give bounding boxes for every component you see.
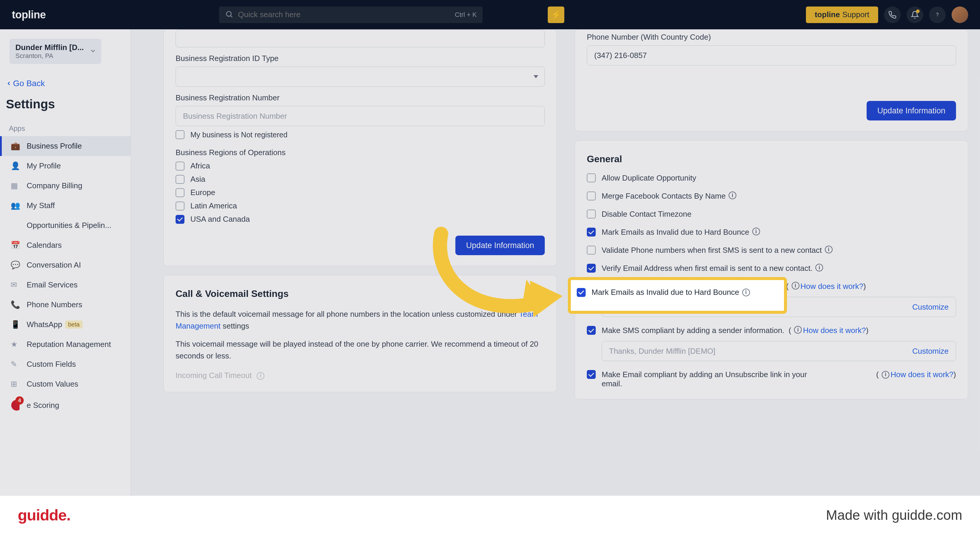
beta-badge: beta	[65, 321, 83, 329]
info-icon[interactable]: i	[792, 282, 799, 289]
region-asia[interactable]: Asia	[176, 175, 545, 184]
opt-merge-fb[interactable]: Merge Facebook Contacts By Name i	[587, 192, 956, 201]
sms-optout-text[interactable]: Reply STOP to Unsubscribe Customize	[601, 297, 956, 317]
nav-icon: 📱	[11, 320, 19, 329]
region-latin-america[interactable]: Latin America	[176, 201, 545, 210]
info-icon[interactable]: i	[742, 289, 750, 296]
sidebar-item-phone-numbers[interactable]: 📞Phone Numbers	[0, 295, 130, 315]
checkbox-icon[interactable]	[176, 130, 185, 139]
nav-label: WhatsApp	[27, 320, 62, 329]
how-does-it-work-link[interactable]: How does it work?	[803, 326, 866, 335]
support-brand: topline	[815, 10, 840, 19]
nav-icon: 💬	[11, 261, 19, 270]
sidebar-item-calendars[interactable]: 📅Calendars	[0, 235, 130, 255]
contact-info-card: Phone Number (With Country Code) Update …	[575, 29, 968, 132]
checkbox-icon[interactable]	[587, 210, 596, 218]
tutorial-highlight-content: Mark Emails as Invalid due to Hard Bounc…	[577, 288, 750, 297]
checkbox-icon[interactable]	[176, 188, 185, 197]
info-icon[interactable]: i	[257, 372, 264, 380]
sms-sender-text[interactable]: Thanks, Dunder Mifflin [DEMO] Customize	[601, 341, 956, 361]
sidebar-item-custom-values[interactable]: ⊞Custom Values	[0, 374, 130, 394]
nav-icon: ⊞	[11, 380, 19, 389]
sidebar-item-reputation-management[interactable]: ★Reputation Management	[0, 334, 130, 354]
call-voicemail-card: Call & Voicemail Settings This is the de…	[164, 275, 557, 392]
support-button[interactable]: topline Support	[806, 6, 878, 23]
bolt-button[interactable]: ⚡	[548, 6, 564, 23]
sidebar-item-my-profile[interactable]: 👤My Profile	[0, 156, 130, 176]
checkbox-icon[interactable]	[587, 227, 596, 237]
checkbox-icon[interactable]	[176, 175, 185, 184]
customize-link[interactable]: Customize	[912, 302, 949, 312]
opt-verify-email[interactable]: Verify Email Address when first email is…	[587, 264, 956, 273]
nav-label: e Scoring	[27, 401, 59, 410]
prev-field-bottom[interactable]	[176, 30, 545, 48]
update-information-button-right[interactable]: Update Information	[867, 101, 956, 121]
go-back-link[interactable]: Go Back	[6, 79, 125, 88]
checkbox-icon[interactable]	[587, 264, 596, 273]
info-icon[interactable]: i	[825, 246, 832, 253]
checkbox-icon[interactable]	[577, 288, 585, 297]
checkbox-icon[interactable]	[176, 215, 185, 224]
region-label: USA and Canada	[190, 215, 250, 224]
location-switcher[interactable]: Dunder Mifflin [D... Scranton, PA	[10, 39, 101, 64]
nav-label: Business Profile	[27, 141, 82, 151]
business-registration-card: Business Registration ID Type Business R…	[164, 29, 557, 266]
nav-label: Phone Numbers	[27, 300, 82, 309]
customize-link[interactable]: Customize	[912, 346, 949, 356]
sidebar-item-custom-fields[interactable]: ✎Custom Fields	[0, 354, 130, 374]
checkbox-icon[interactable]	[587, 370, 596, 379]
info-icon[interactable]: i	[794, 326, 802, 334]
opt-disable-tz[interactable]: Disable Contact Timezone	[587, 210, 956, 219]
phone-icon[interactable]	[884, 6, 900, 23]
checkbox-icon[interactable]	[176, 202, 185, 210]
region-usa-and-canada[interactable]: USA and Canada	[176, 215, 545, 224]
sidebar-item-opportunities-pipelin-[interactable]: Opportunities & Pipelin...	[0, 216, 130, 235]
settings-heading: Settings	[6, 97, 125, 111]
opt-sms-sender[interactable]: Make SMS compliant by adding a sender in…	[587, 326, 956, 335]
checkbox-icon[interactable]	[176, 162, 185, 170]
sidebar-item-email-services[interactable]: ✉Email Services	[0, 275, 130, 295]
nav-icon: 4	[11, 399, 19, 411]
nav-icon: ✎	[11, 360, 19, 369]
opt-validate-phone[interactable]: Validate Phone numbers when first SMS is…	[587, 246, 956, 255]
checkbox-icon[interactable]	[587, 326, 596, 335]
not-registered-label: My business is Not registered	[190, 130, 288, 139]
info-icon[interactable]: i	[882, 371, 889, 378]
made-with-text: Made with guidde.com	[826, 507, 962, 523]
sidebar-item-my-staff[interactable]: 👥My Staff	[0, 195, 130, 216]
info-icon[interactable]: i	[815, 264, 823, 272]
opt-allow-duplicate[interactable]: Allow Duplicate Opportunity	[587, 173, 956, 183]
reg-id-type-select[interactable]	[176, 67, 545, 87]
not-registered-row[interactable]: My business is Not registered	[176, 130, 545, 139]
how-does-it-work-link[interactable]: How does it work?	[891, 370, 953, 379]
opt-email-unsub[interactable]: Make Email compliant by adding an Unsubs…	[587, 370, 956, 388]
nav-group-label: Apps	[9, 124, 122, 133]
search-input[interactable]	[238, 10, 455, 19]
nav-icon: 👤	[11, 161, 19, 170]
opt-mark-invalid[interactable]: Mark Emails as Invalid due to Hard Bounc…	[587, 227, 956, 237]
phone-input[interactable]	[587, 45, 956, 65]
checkbox-icon[interactable]	[587, 173, 596, 182]
update-information-button[interactable]: Update Information	[455, 236, 545, 255]
user-avatar[interactable]	[951, 6, 968, 23]
sidebar-item-conversation-ai[interactable]: 💬Conversation AI	[0, 255, 130, 275]
opt-label: Merge Facebook Contacts By Name	[601, 192, 725, 201]
region-africa[interactable]: Africa	[176, 161, 545, 170]
info-icon[interactable]: i	[752, 227, 760, 235]
reg-number-input[interactable]	[176, 106, 545, 126]
checkbox-icon[interactable]	[587, 192, 596, 200]
info-icon[interactable]: i	[729, 192, 737, 199]
help-icon[interactable]: ?	[929, 6, 946, 23]
region-europe[interactable]: Europe	[176, 188, 545, 197]
opt-label: Validate Phone numbers when first SMS is…	[601, 246, 822, 255]
sidebar-item-e-scoring[interactable]: 4e Scoring	[0, 394, 130, 416]
sidebar-item-company-billing[interactable]: ▦Company Billing	[0, 176, 130, 195]
checkbox-icon[interactable]	[587, 246, 596, 254]
global-search[interactable]: Ctrl + K	[219, 6, 483, 23]
sidebar-item-whatsapp[interactable]: 📱WhatsAppbeta	[0, 315, 130, 334]
location-title: Dunder Mifflin [D...	[15, 43, 95, 52]
how-does-it-work-link[interactable]: How does it work?	[800, 282, 863, 291]
notifications-icon[interactable]	[907, 6, 923, 23]
sidebar-item-business-profile[interactable]: 💼Business Profile	[0, 136, 130, 156]
nav-icon: 💼	[11, 141, 19, 151]
